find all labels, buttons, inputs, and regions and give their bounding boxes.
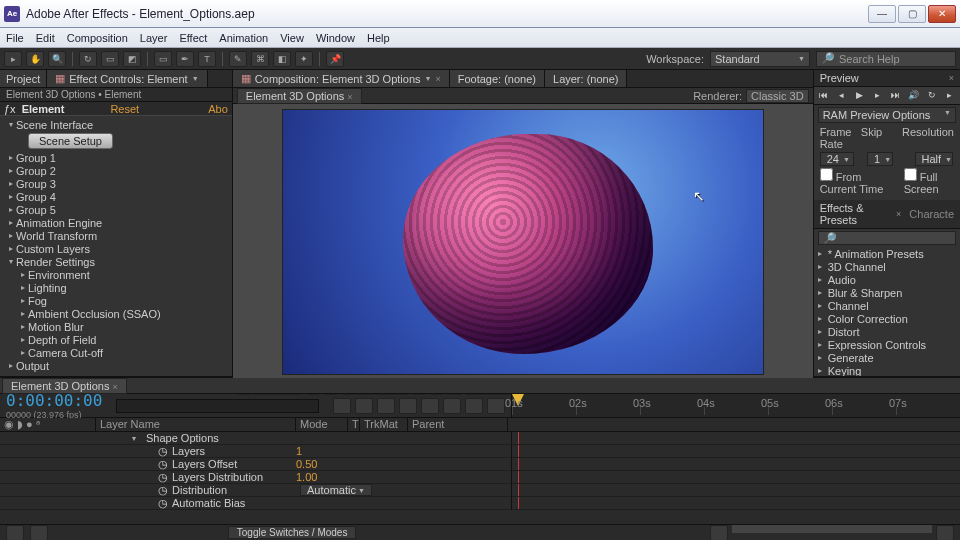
rotate-tool[interactable]: ↻ bbox=[79, 51, 97, 67]
stopwatch-icon[interactable]: ◷ bbox=[158, 445, 168, 458]
menu-file[interactable]: File bbox=[6, 32, 24, 44]
menu-effect[interactable]: Effect bbox=[179, 32, 207, 44]
cat-blur[interactable]: Blur & Sharpen bbox=[814, 286, 960, 299]
motionblur-button[interactable] bbox=[421, 398, 439, 414]
pen-tool[interactable]: ✒ bbox=[176, 51, 194, 67]
effect-name[interactable]: Element bbox=[22, 103, 65, 115]
cat-color[interactable]: Color Correction bbox=[814, 312, 960, 325]
tree-environment[interactable]: ▸Environment bbox=[0, 268, 232, 281]
tree-animation-engine[interactable]: ▸Animation Engine bbox=[0, 216, 232, 229]
cat-channel[interactable]: Channel bbox=[814, 299, 960, 312]
roto-tool[interactable]: ✦ bbox=[295, 51, 313, 67]
hand-tool[interactable]: ✋ bbox=[26, 51, 44, 67]
maximize-button[interactable]: ▢ bbox=[898, 5, 926, 23]
tree-render-settings[interactable]: ▾Render Settings bbox=[0, 255, 232, 268]
zoom-out-button[interactable] bbox=[710, 525, 728, 541]
cat-keying[interactable]: Keying bbox=[814, 364, 960, 376]
autokey-button[interactable] bbox=[487, 398, 505, 414]
cat-distort[interactable]: Distort bbox=[814, 325, 960, 338]
menu-help[interactable]: Help bbox=[367, 32, 390, 44]
lock-button[interactable] bbox=[30, 525, 48, 541]
framerate-dropdown[interactable]: 24▼ bbox=[820, 152, 854, 166]
close-icon[interactable]: × bbox=[435, 74, 440, 84]
graph-button[interactable] bbox=[465, 398, 483, 414]
full-screen-checkbox[interactable]: Full Screen bbox=[904, 168, 954, 195]
cat-3d-channel[interactable]: 3D Channel bbox=[814, 260, 960, 273]
cat-animation-presets[interactable]: * Animation Presets bbox=[814, 247, 960, 260]
menu-edit[interactable]: Edit bbox=[36, 32, 55, 44]
composition-viewer[interactable]: ↖ bbox=[233, 104, 813, 380]
layers-dist-value[interactable]: 1.00 bbox=[296, 471, 356, 483]
layers-offset-value[interactable]: 0.50 bbox=[296, 458, 356, 470]
cat-expression[interactable]: Expression Controls bbox=[814, 338, 960, 351]
row-layers[interactable]: ◷Layers1 bbox=[0, 445, 960, 458]
tree-output[interactable]: ▸Output bbox=[0, 359, 232, 372]
tree-motion-blur[interactable]: ▸Motion Blur bbox=[0, 320, 232, 333]
tree-camera-cutoff[interactable]: ▸Camera Cut-off bbox=[0, 346, 232, 359]
distribution-dropdown[interactable]: Automatic▼ bbox=[300, 484, 372, 496]
ram-preview-button[interactable]: ▸ bbox=[943, 90, 957, 102]
menu-window[interactable]: Window bbox=[316, 32, 355, 44]
tree-ssao[interactable]: ▸Ambient Occlusion (SSAO) bbox=[0, 307, 232, 320]
play-button[interactable]: ▶ bbox=[853, 90, 867, 102]
search-help-input[interactable]: 🔎Search Help bbox=[816, 51, 956, 67]
text-tool[interactable]: T bbox=[198, 51, 216, 67]
tab-footage[interactable]: Footage: (none) bbox=[450, 70, 545, 87]
comp-mini-button[interactable] bbox=[333, 398, 351, 414]
tree-fog[interactable]: ▸Fog bbox=[0, 294, 232, 307]
menu-layer[interactable]: Layer bbox=[140, 32, 168, 44]
zoom-in-button[interactable] bbox=[936, 525, 954, 541]
tree-group-2[interactable]: ▸Group 2 bbox=[0, 164, 232, 177]
tree-group-5[interactable]: ▸Group 5 bbox=[0, 203, 232, 216]
row-layers-distribution[interactable]: ◷Layers Distribution1.00 bbox=[0, 471, 960, 484]
shy-button[interactable] bbox=[377, 398, 395, 414]
zoom-slider[interactable] bbox=[732, 525, 932, 533]
tab-layer[interactable]: Layer: (none) bbox=[545, 70, 627, 87]
tree-group-1[interactable]: ▸Group 1 bbox=[0, 151, 232, 164]
tree-group-4[interactable]: ▸Group 4 bbox=[0, 190, 232, 203]
camera-tool[interactable]: ▭ bbox=[101, 51, 119, 67]
brush-tool[interactable]: ✎ bbox=[229, 51, 247, 67]
tree-world-transform[interactable]: ▸World Transform bbox=[0, 229, 232, 242]
pan-behind-tool[interactable]: ◩ bbox=[123, 51, 141, 67]
toggle-switches-button[interactable]: Toggle Switches / Modes bbox=[228, 526, 357, 539]
cat-generate[interactable]: Generate bbox=[814, 351, 960, 364]
character-tab[interactable]: Characte bbox=[909, 208, 954, 220]
fx-toggle-icon[interactable]: ƒx bbox=[4, 103, 16, 115]
draft3d-button[interactable] bbox=[355, 398, 373, 414]
skip-dropdown[interactable]: 1▼ bbox=[867, 152, 893, 166]
row-automatic-bias[interactable]: ◷Automatic Bias bbox=[0, 497, 960, 510]
scene-setup-button[interactable]: Scene Setup bbox=[28, 133, 113, 149]
menu-view[interactable]: View bbox=[280, 32, 304, 44]
next-frame-button[interactable]: ▸ bbox=[871, 90, 885, 102]
frameblend-button[interactable] bbox=[399, 398, 417, 414]
effects-search-input[interactable]: 🔎 bbox=[818, 231, 956, 245]
row-distribution[interactable]: ◷DistributionAutomatic▼ bbox=[0, 484, 960, 497]
minimize-button[interactable]: — bbox=[868, 5, 896, 23]
tab-composition[interactable]: ▦Composition: Element 3D Options▼× bbox=[233, 70, 450, 87]
preview-panel-header[interactable]: Preview× bbox=[814, 70, 960, 87]
selection-tool[interactable]: ▸ bbox=[4, 51, 22, 67]
tree-custom-layers[interactable]: ▸Custom Layers bbox=[0, 242, 232, 255]
layers-value[interactable]: 1 bbox=[296, 445, 356, 457]
eraser-tool[interactable]: ◧ bbox=[273, 51, 291, 67]
brainstorm-button[interactable] bbox=[443, 398, 461, 414]
stopwatch-icon[interactable]: ◷ bbox=[158, 471, 168, 484]
audio-button[interactable]: 🔊 bbox=[907, 90, 921, 102]
reset-link[interactable]: Reset bbox=[110, 103, 139, 115]
puppet-tool[interactable]: 📌 bbox=[326, 51, 344, 67]
about-link[interactable]: Abo bbox=[208, 103, 228, 115]
preview-res-dropdown[interactable]: Half▼ bbox=[915, 152, 953, 166]
tree-group-3[interactable]: ▸Group 3 bbox=[0, 177, 232, 190]
cat-audio[interactable]: Audio bbox=[814, 273, 960, 286]
last-frame-button[interactable]: ⏭ bbox=[889, 90, 903, 102]
first-frame-button[interactable]: ⏮ bbox=[817, 90, 831, 102]
tree-dof[interactable]: ▸Depth of Field bbox=[0, 333, 232, 346]
zoom-tool[interactable]: 🔍 bbox=[48, 51, 66, 67]
expand-button[interactable] bbox=[6, 525, 24, 541]
current-time[interactable]: 0:00:00:00 bbox=[6, 391, 102, 410]
row-shape-options[interactable]: ▾Shape Options bbox=[0, 432, 960, 445]
stopwatch-icon[interactable]: ◷ bbox=[158, 497, 168, 510]
menu-animation[interactable]: Animation bbox=[219, 32, 268, 44]
tab-project[interactable]: Project bbox=[0, 70, 47, 87]
